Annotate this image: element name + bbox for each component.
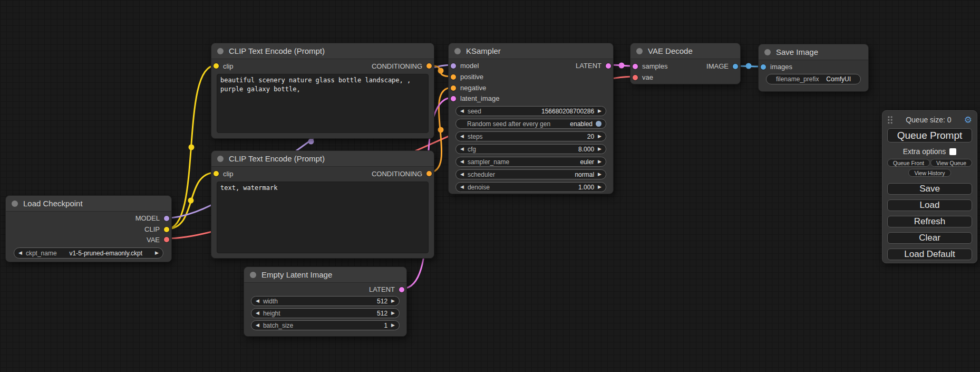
settings-gear-icon[interactable]: ⚙ — [964, 116, 972, 125]
slot-label: CONDITIONING — [372, 62, 422, 70]
node-title: VAE Decode — [648, 46, 693, 55]
prompt-textarea[interactable]: beautiful scenery nature glass bottle la… — [217, 74, 429, 133]
clip-input-slot[interactable] — [214, 171, 219, 176]
collapse-dot-icon[interactable] — [217, 48, 224, 54]
node-graph-canvas[interactable]: Load Checkpoint MODEL CLIP VAE ◀ ckpt_na… — [0, 0, 980, 372]
decrement-arrow-icon[interactable]: ◀ — [256, 323, 259, 328]
ckpt-name-widget[interactable]: ◀ ckpt_name v1-5-pruned-emaonly.ckpt ▶ — [14, 247, 163, 259]
link-midpoint-dot[interactable] — [438, 68, 444, 74]
denoise-widget[interactable]: ◀ denoise 1.000 ▶ — [455, 182, 606, 192]
model-output-slot[interactable] — [164, 216, 169, 221]
image-output-slot[interactable] — [733, 64, 738, 69]
clip-output-slot[interactable] — [164, 227, 169, 232]
node-header[interactable]: Save Image — [759, 44, 868, 60]
load-default-button[interactable]: Load Default — [887, 249, 972, 260]
link-midpoint-dot[interactable] — [619, 63, 625, 69]
drag-handle-icon[interactable] — [887, 116, 893, 124]
node-header[interactable]: CLIP Text Encode (Prompt) — [211, 151, 434, 167]
prev-arrow-icon[interactable]: ◀ — [460, 172, 464, 177]
link-midpoint-dot[interactable] — [438, 127, 444, 133]
toggle-icon[interactable] — [596, 121, 601, 127]
random-seed-widget[interactable]: Random seed after every gen enabled — [455, 119, 606, 129]
node-header[interactable]: KSampler — [449, 43, 613, 59]
clear-button[interactable]: Clear — [887, 232, 972, 244]
refresh-button[interactable]: Refresh — [887, 216, 972, 227]
latent-output-slot[interactable] — [399, 287, 404, 292]
decrement-arrow-icon[interactable]: ◀ — [460, 134, 464, 139]
prompt-textarea[interactable]: text, watermark — [217, 182, 429, 253]
decrement-arrow-icon[interactable]: ◀ — [256, 311, 259, 316]
slot-label: images — [770, 63, 792, 71]
increment-arrow-icon[interactable]: ▶ — [391, 323, 395, 328]
node-header[interactable]: VAE Decode — [630, 43, 740, 59]
scheduler-widget[interactable]: ◀ scheduler normal ▶ — [455, 169, 606, 179]
prev-arrow-icon[interactable]: ◀ — [460, 159, 464, 164]
link-midpoint-dot[interactable] — [308, 139, 314, 145]
samples-input-slot[interactable] — [633, 64, 638, 69]
node-clip-text-encode-positive[interactable]: CLIP Text Encode (Prompt) clip CONDITION… — [211, 43, 434, 139]
widget-label: scheduler — [468, 171, 495, 178]
next-arrow-icon[interactable]: ▶ — [155, 251, 159, 255]
increment-arrow-icon[interactable]: ▶ — [598, 134, 601, 139]
node-vae-decode[interactable]: VAE Decode samples IMAGE vae — [630, 43, 741, 84]
filename-prefix-widget[interactable]: filename_prefix ComfyUI — [766, 74, 861, 84]
node-clip-text-encode-negative[interactable]: CLIP Text Encode (Prompt) clip CONDITION… — [211, 150, 434, 259]
vae-input-slot[interactable] — [633, 75, 638, 80]
link-midpoint-dot[interactable] — [746, 63, 752, 69]
node-save-image[interactable]: Save Image images filename_prefix ComfyU… — [758, 44, 869, 92]
negative-input-slot[interactable] — [451, 85, 456, 91]
link-midpoint-dot[interactable] — [189, 145, 195, 150]
view-history-button[interactable]: View History — [908, 169, 950, 177]
conditioning-output-slot[interactable] — [426, 171, 432, 176]
images-input-slot[interactable] — [761, 64, 766, 70]
node-title: Save Image — [776, 47, 818, 56]
node-header[interactable]: Empty Latent Image — [244, 267, 406, 283]
sampler-name-widget[interactable]: ◀ sampler_name euler ▶ — [455, 157, 606, 167]
width-widget[interactable]: ◀ width 512 ▶ — [251, 296, 400, 306]
increment-arrow-icon[interactable]: ▶ — [598, 109, 601, 113]
queue-front-button[interactable]: Queue Front — [887, 159, 930, 167]
queue-panel[interactable]: Queue size: 0 ⚙ Queue Prompt Extra optio… — [882, 110, 977, 263]
cfg-widget[interactable]: ◀ cfg 8.000 ▶ — [455, 144, 606, 154]
next-arrow-icon[interactable]: ▶ — [598, 159, 601, 164]
steps-widget[interactable]: ◀ steps 20 ▶ — [455, 131, 606, 141]
increment-arrow-icon[interactable]: ▶ — [598, 185, 601, 189]
node-header[interactable]: Load Checkpoint — [6, 196, 171, 212]
collapse-dot-icon[interactable] — [250, 272, 256, 278]
increment-arrow-icon[interactable]: ▶ — [391, 311, 395, 316]
view-queue-button[interactable]: View Queue — [930, 159, 972, 167]
model-input-slot[interactable] — [451, 63, 456, 69]
prev-arrow-icon[interactable]: ◀ — [18, 251, 22, 255]
node-ksampler[interactable]: KSampler model LATENT positive negative … — [448, 43, 614, 194]
node-header[interactable]: CLIP Text Encode (Prompt) — [211, 43, 434, 59]
decrement-arrow-icon[interactable]: ◀ — [460, 147, 464, 151]
vae-output-slot[interactable] — [164, 237, 169, 242]
decrement-arrow-icon[interactable]: ◀ — [460, 109, 464, 113]
latent-output-slot[interactable] — [606, 63, 611, 69]
collapse-dot-icon[interactable] — [217, 156, 224, 162]
positive-input-slot[interactable] — [451, 74, 456, 80]
next-arrow-icon[interactable]: ▶ — [598, 172, 601, 177]
latent-image-input-slot[interactable] — [451, 96, 456, 101]
collapse-dot-icon[interactable] — [454, 48, 461, 54]
batch-size-widget[interactable]: ◀ batch_size 1 ▶ — [251, 320, 400, 330]
height-widget[interactable]: ◀ height 512 ▶ — [251, 308, 400, 318]
decrement-arrow-icon[interactable]: ◀ — [256, 299, 259, 303]
node-empty-latent-image[interactable]: Empty Latent Image LATENT ◀ width 512 ▶ … — [244, 266, 407, 337]
seed-widget[interactable]: ◀ seed 156680208700286 ▶ — [455, 106, 606, 116]
conditioning-output-slot[interactable] — [426, 63, 432, 69]
collapse-dot-icon[interactable] — [636, 48, 643, 54]
save-button[interactable]: Save — [887, 183, 972, 195]
decrement-arrow-icon[interactable]: ◀ — [460, 185, 464, 189]
queue-prompt-button[interactable]: Queue Prompt — [887, 128, 972, 142]
extra-options-checkbox[interactable] — [949, 148, 956, 155]
load-button[interactable]: Load — [887, 199, 972, 211]
node-load-checkpoint[interactable]: Load Checkpoint MODEL CLIP VAE ◀ ckpt_na… — [5, 195, 172, 262]
increment-arrow-icon[interactable]: ▶ — [598, 147, 601, 151]
slot-label: clip — [223, 170, 234, 178]
collapse-dot-icon[interactable] — [12, 201, 18, 207]
link-midpoint-dot[interactable] — [188, 198, 194, 204]
clip-input-slot[interactable] — [214, 63, 219, 69]
increment-arrow-icon[interactable]: ▶ — [391, 299, 395, 303]
collapse-dot-icon[interactable] — [764, 49, 771, 55]
